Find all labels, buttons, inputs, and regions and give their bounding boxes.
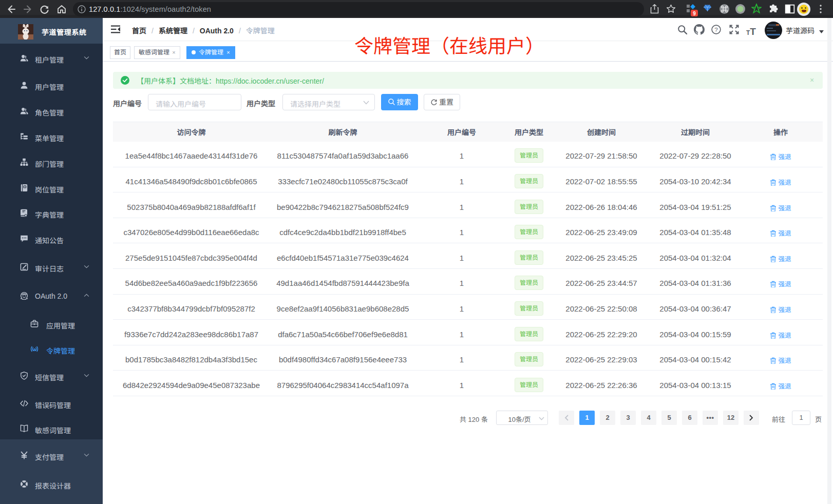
svg-text:9: 9	[693, 11, 696, 16]
svg-text:?: ?	[714, 27, 717, 33]
